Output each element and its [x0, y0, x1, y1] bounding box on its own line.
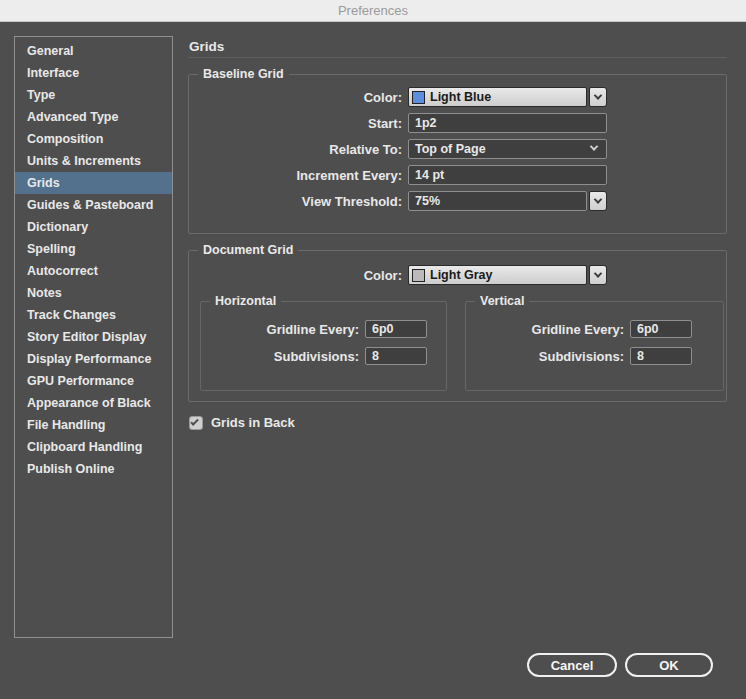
- grids-in-back-row: Grids in Back: [189, 415, 295, 430]
- baseline-grid-legend: Baseline Grid: [198, 67, 289, 81]
- baseline-color-value[interactable]: Light Blue: [408, 87, 587, 107]
- sidebar-item-units-increments[interactable]: Units & Increments: [15, 150, 172, 172]
- light-gray-swatch: [412, 269, 425, 282]
- document-color-value[interactable]: Light Gray: [408, 265, 587, 285]
- v-subdivisions-label: Subdivisions:: [466, 349, 624, 364]
- h-subdivisions-input[interactable]: [365, 347, 427, 365]
- window-title: Preferences: [338, 3, 408, 18]
- sidebar-item-dictionary[interactable]: Dictionary: [15, 216, 172, 238]
- h-gridline-every-input[interactable]: [365, 320, 427, 338]
- preferences-sidebar: General Interface Type Advanced Type Com…: [14, 36, 173, 638]
- view-threshold-label: View Threshold:: [189, 194, 402, 209]
- v-gridline-every-input[interactable]: [630, 320, 692, 338]
- cancel-button[interactable]: Cancel: [527, 653, 617, 677]
- sidebar-item-autocorrect[interactable]: Autocorrect: [15, 260, 172, 282]
- document-color-label: Color:: [189, 268, 402, 283]
- sidebar-item-file-handling[interactable]: File Handling: [15, 414, 172, 436]
- sidebar-item-interface[interactable]: Interface: [15, 62, 172, 84]
- window-titlebar: Preferences: [0, 0, 746, 22]
- page-title: Grids: [189, 39, 224, 54]
- h-subdivisions-label: Subdivisions:: [201, 349, 359, 364]
- grids-in-back-checkbox[interactable]: [189, 416, 203, 430]
- increment-every-input[interactable]: [408, 165, 607, 185]
- v-subdivisions-input[interactable]: [630, 347, 692, 365]
- sidebar-item-composition[interactable]: Composition: [15, 128, 172, 150]
- increment-every-label: Increment Every:: [189, 168, 402, 183]
- document-color-select[interactable]: Light Gray: [408, 265, 607, 285]
- vertical-group: Vertical Gridline Every: Subdivisions:: [465, 301, 724, 391]
- sidebar-item-story-editor-display[interactable]: Story Editor Display: [15, 326, 172, 348]
- document-grid-group: Document Grid Color: Light Gray Horizont…: [188, 250, 727, 402]
- sidebar-item-publish-online[interactable]: Publish Online: [15, 458, 172, 480]
- baseline-color-dropdown-button[interactable]: [589, 87, 607, 107]
- horizontal-group: Horizontal Gridline Every: Subdivisions:: [200, 301, 447, 391]
- sidebar-item-general[interactable]: General: [15, 40, 172, 62]
- sidebar-item-grids[interactable]: Grids: [15, 172, 172, 194]
- vertical-legend: Vertical: [475, 294, 529, 308]
- ok-button[interactable]: OK: [625, 653, 713, 677]
- sidebar-item-clipboard-handling[interactable]: Clipboard Handling: [15, 436, 172, 458]
- chevron-down-icon: [594, 269, 602, 277]
- sidebar-item-appearance-of-black[interactable]: Appearance of Black: [15, 392, 172, 414]
- sidebar-item-guides-pasteboard[interactable]: Guides & Pasteboard: [15, 194, 172, 216]
- document-color-dropdown-button[interactable]: [589, 265, 607, 285]
- horizontal-legend: Horizontal: [210, 294, 281, 308]
- sidebar-item-track-changes[interactable]: Track Changes: [15, 304, 172, 326]
- relative-to-select[interactable]: Top of Page: [408, 139, 607, 159]
- baseline-grid-group: Baseline Grid Color: Light Blue Start: R…: [188, 74, 727, 234]
- baseline-color-select[interactable]: Light Blue: [408, 87, 607, 107]
- relative-to-label: Relative To:: [189, 142, 402, 157]
- view-threshold-select[interactable]: 75%: [408, 191, 607, 211]
- sidebar-item-advanced-type[interactable]: Advanced Type: [15, 106, 172, 128]
- document-grid-legend: Document Grid: [198, 243, 298, 257]
- sidebar-item-display-performance[interactable]: Display Performance: [15, 348, 172, 370]
- v-gridline-every-label: Gridline Every:: [466, 322, 624, 337]
- view-threshold-dropdown-button[interactable]: [589, 191, 607, 211]
- light-blue-swatch: [412, 91, 425, 104]
- h-gridline-every-label: Gridline Every:: [201, 322, 359, 337]
- start-label: Start:: [189, 116, 402, 131]
- chevron-down-icon: [590, 142, 598, 150]
- checkmark-icon: [190, 417, 198, 425]
- baseline-color-label: Color:: [189, 90, 402, 105]
- sidebar-item-gpu-performance[interactable]: GPU Performance: [15, 370, 172, 392]
- sidebar-item-notes[interactable]: Notes: [15, 282, 172, 304]
- sidebar-item-type[interactable]: Type: [15, 84, 172, 106]
- start-input[interactable]: [408, 113, 607, 133]
- grids-in-back-label: Grids in Back: [211, 415, 295, 430]
- chevron-down-icon: [594, 91, 602, 99]
- title-divider: [188, 57, 727, 58]
- sidebar-item-spelling[interactable]: Spelling: [15, 238, 172, 260]
- chevron-down-icon: [594, 195, 602, 203]
